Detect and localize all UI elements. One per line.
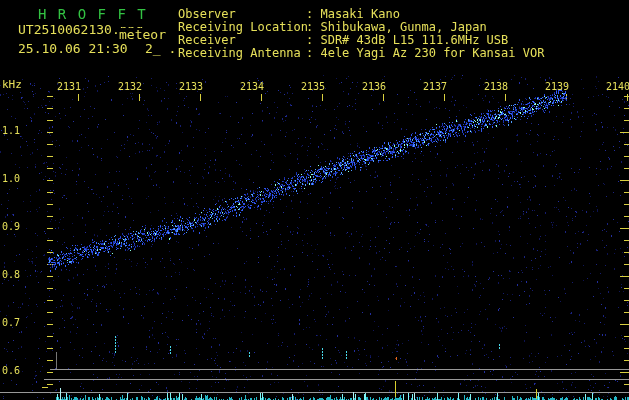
freq-tick-label: 0.7	[2, 318, 20, 328]
counter-label: 2_ .	[145, 42, 176, 55]
observer-label: Observer	[178, 8, 236, 20]
spectrogram-canvas	[0, 0, 629, 400]
time-tick-label: 2137	[423, 82, 447, 92]
time-tick-label: 2136	[362, 82, 386, 92]
location-label: Receiving Location	[178, 21, 308, 33]
freq-tick-label: 0.9	[2, 222, 20, 232]
receiver-value: : SDR# 43dB L15 111.6MHz USB	[306, 34, 508, 46]
freq-unit-label: kHz	[2, 79, 22, 90]
time-tick-label: 2138	[484, 82, 508, 92]
time-tick-label: 2134	[240, 82, 264, 92]
datetime-label: 25.10.06 21:30	[18, 42, 128, 55]
freq-tick-label: 0.6	[2, 366, 20, 376]
time-tick-label: 2135	[301, 82, 325, 92]
hrofft-screen: H R O F F T UT2510062130.png meteor 25.1…	[0, 0, 629, 400]
time-tick-label: 2140	[606, 82, 629, 92]
app-title: H R O F F T	[38, 7, 147, 21]
time-tick-label: 2139	[545, 82, 569, 92]
time-tick-label: 2133	[179, 82, 203, 92]
receiver-label: Receiver	[178, 34, 236, 46]
time-tick-label: 2131	[57, 82, 81, 92]
freq-tick-label: 1.0	[2, 174, 20, 184]
location-value: : Shibukawa, Gunma, Japan	[306, 21, 487, 33]
freq-tick-label: 1.1	[2, 126, 20, 136]
time-tick-label: 2132	[118, 82, 142, 92]
freq-tick-label: 0.8	[2, 270, 20, 280]
observer-value: : Masaki Kano	[306, 8, 400, 20]
antenna-label: Receiving Antenna	[178, 47, 301, 59]
antenna-value: : 4ele Yagi Az 230 for Kansai VOR	[306, 47, 544, 59]
mode-label: meteor	[119, 28, 166, 41]
